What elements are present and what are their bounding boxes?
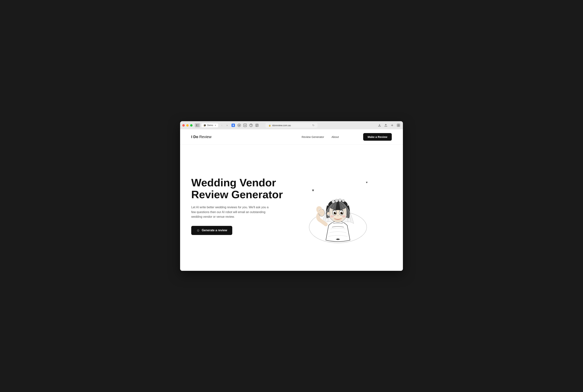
logo-suffix-part: Review bbox=[198, 135, 212, 139]
hero-subtitle: Let AI write better wedding reviews for … bbox=[191, 205, 269, 219]
nav-link-review-generator[interactable]: Review Generator bbox=[302, 135, 324, 138]
svg-rect-16 bbox=[397, 125, 398, 126]
svg-point-30 bbox=[343, 200, 344, 202]
browser-nav-buttons: ‹ › bbox=[220, 123, 229, 128]
extension-icon-2[interactable] bbox=[237, 123, 242, 128]
svg-rect-12 bbox=[256, 125, 258, 126]
svg-point-38 bbox=[342, 212, 343, 213]
svg-point-39 bbox=[330, 215, 334, 218]
forward-button[interactable]: › bbox=[225, 123, 229, 128]
svg-rect-15 bbox=[398, 124, 400, 125]
chevron-down-icon: ▼ bbox=[214, 124, 216, 126]
svg-rect-13 bbox=[256, 126, 257, 126]
maximize-button[interactable] bbox=[190, 124, 193, 126]
generate-review-button[interactable]: ☺ Generate a review bbox=[191, 226, 232, 235]
hero-title-line1: Wedding Vendor bbox=[191, 176, 276, 188]
extension-icon-3[interactable] bbox=[243, 123, 248, 128]
share-button[interactable] bbox=[384, 123, 388, 128]
svg-point-26 bbox=[336, 200, 337, 202]
svg-rect-11 bbox=[256, 124, 258, 125]
svg-point-28 bbox=[339, 200, 341, 201]
svg-rect-0 bbox=[196, 124, 197, 126]
bride-svg bbox=[304, 166, 371, 244]
svg-point-9 bbox=[251, 126, 251, 126]
svg-rect-14 bbox=[397, 124, 398, 125]
svg-point-42 bbox=[328, 214, 329, 216]
heart-icon-left: ♥ bbox=[312, 188, 314, 192]
refresh-icon[interactable]: ↻ bbox=[312, 124, 315, 127]
smiley-icon: ☺ bbox=[196, 228, 200, 232]
bride-illustration-container: ♥ ♥ bbox=[304, 166, 375, 246]
extension-icon-4[interactable] bbox=[249, 123, 253, 128]
close-button[interactable] bbox=[182, 124, 185, 126]
logo-bold-part: I Do bbox=[191, 135, 198, 139]
nav-links: Review Generator About bbox=[277, 135, 363, 138]
address-bar-container: 🔒 idoreview.com.au ↻ bbox=[266, 123, 317, 128]
tab-favicon: 🎓 bbox=[203, 124, 206, 127]
title-bar: 🎓 Demo ▼ ‹ › bbox=[180, 121, 403, 129]
hero-title-line2: Review Generator bbox=[191, 188, 283, 200]
site-navigation: I Do Review Review Generator About Make … bbox=[180, 129, 403, 144]
svg-rect-3 bbox=[197, 126, 199, 126]
tab-controls: 🎓 Demo ▼ bbox=[195, 123, 218, 127]
hero-title: Wedding Vendor Review Generator bbox=[191, 177, 288, 200]
svg-rect-1 bbox=[197, 124, 199, 124]
title-bar-right-actions bbox=[377, 123, 401, 128]
lock-icon: 🔒 bbox=[268, 124, 271, 126]
traffic-lights bbox=[182, 124, 193, 126]
svg-point-19 bbox=[337, 238, 339, 240]
tab-label: Demo bbox=[207, 124, 213, 126]
svg-point-24 bbox=[333, 201, 334, 202]
nav-link-about[interactable]: About bbox=[331, 135, 339, 138]
hero-section: Wedding Vendor Review Generator Let AI w… bbox=[180, 144, 403, 271]
extension-icon-1[interactable] bbox=[231, 123, 236, 128]
demo-tab[interactable]: 🎓 Demo ▼ bbox=[201, 124, 218, 127]
svg-point-37 bbox=[335, 212, 336, 213]
tabs-button[interactable] bbox=[396, 123, 401, 128]
sidebar-toggle[interactable] bbox=[195, 123, 200, 127]
svg-rect-2 bbox=[197, 125, 199, 126]
back-button[interactable]: ‹ bbox=[220, 123, 224, 128]
url-text: idoreview.com.au bbox=[272, 124, 291, 127]
site-logo: I Do Review bbox=[191, 135, 277, 139]
svg-point-40 bbox=[342, 215, 346, 218]
make-review-button[interactable]: Make a Review bbox=[363, 133, 392, 141]
address-bar[interactable]: 🔒 idoreview.com.au ↻ bbox=[266, 123, 317, 128]
hero-content: Wedding Vendor Review Generator Let AI w… bbox=[191, 177, 288, 235]
hero-illustration: ♥ ♥ bbox=[288, 166, 392, 246]
new-tab-button[interactable] bbox=[390, 123, 394, 128]
svg-rect-17 bbox=[398, 125, 400, 126]
website-content: I Do Review Review Generator About Make … bbox=[180, 129, 403, 271]
extension-icon-5[interactable] bbox=[255, 123, 259, 128]
minimize-button[interactable] bbox=[186, 124, 189, 126]
browser-window: 🎓 Demo ▼ ‹ › bbox=[180, 121, 403, 271]
toolbar-extension-icons bbox=[231, 123, 259, 128]
download-button[interactable] bbox=[377, 123, 382, 128]
svg-point-6 bbox=[239, 125, 240, 126]
heart-icon-right: ♥ bbox=[366, 181, 368, 184]
generate-review-label: Generate a review bbox=[202, 229, 227, 232]
